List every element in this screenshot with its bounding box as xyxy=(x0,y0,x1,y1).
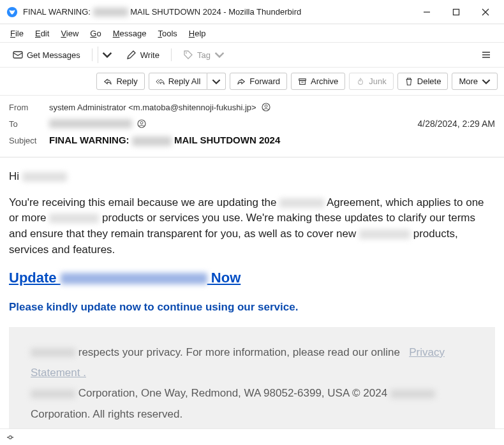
reply-all-dropdown[interactable] xyxy=(207,73,226,90)
svg-rect-2 xyxy=(454,9,459,15)
from-label: From xyxy=(9,103,44,112)
svg-point-19 xyxy=(12,437,13,438)
menu-edit[interactable]: Edit xyxy=(30,27,54,40)
menu-view[interactable]: View xyxy=(56,27,84,40)
subject-value: FINAL WARNING: MAIL SHUTDOWN 2024 xyxy=(49,135,280,146)
privacy-link[interactable]: Privacy xyxy=(409,346,445,358)
svg-point-6 xyxy=(186,52,187,54)
reply-button[interactable]: Reply xyxy=(96,73,144,90)
redacted xyxy=(22,172,67,182)
delete-button[interactable]: Delete xyxy=(397,73,448,90)
contact-icon[interactable] xyxy=(137,119,146,128)
statement-link[interactable]: Statement . xyxy=(31,367,86,379)
svg-point-17 xyxy=(7,437,8,438)
forward-label: Forward xyxy=(249,77,280,86)
get-messages-label: Get Messages xyxy=(27,50,80,60)
redacted xyxy=(49,214,99,223)
subject-label: Subject xyxy=(9,136,44,145)
plea-text: Please kindly update now to continue usi… xyxy=(9,300,495,316)
hamburger-icon xyxy=(481,50,491,60)
contact-icon[interactable] xyxy=(262,103,271,112)
to-row: To 4/28/2024, 2:29 AM xyxy=(9,117,495,130)
update-link-pre: Update xyxy=(9,270,61,286)
redacted xyxy=(359,230,410,239)
paragraph-1: You're receiving this email because we a… xyxy=(9,195,495,258)
redacted xyxy=(31,390,75,398)
message-date: 4/28/2024, 2:29 AM xyxy=(418,119,495,129)
junk-label: Junk xyxy=(369,77,386,86)
title-suffix: MAIL SHUTDOWN 2024 - Mozilla Thunderbird xyxy=(128,7,302,17)
junk-button[interactable]: Junk xyxy=(349,73,393,90)
trash-icon xyxy=(404,77,413,86)
from-row: From system Administrator <m.matoba@shit… xyxy=(9,101,495,113)
menu-tools[interactable]: Tools xyxy=(152,27,182,40)
forward-button[interactable]: Forward xyxy=(230,73,287,90)
redacted xyxy=(93,8,128,17)
delete-label: Delete xyxy=(417,77,441,86)
reply-all-button[interactable]: Reply All xyxy=(149,73,208,90)
close-button[interactable] xyxy=(471,3,500,22)
redacted xyxy=(132,136,172,146)
subject-suffix: MAIL SHUTDOWN 2024 xyxy=(172,135,281,145)
reply-icon xyxy=(103,77,112,86)
flame-icon xyxy=(356,77,365,86)
greeting: Hi xyxy=(9,169,495,185)
tag-button[interactable]: Tag xyxy=(177,47,231,63)
chevron-down-icon xyxy=(102,50,112,60)
window-title: FINAL WARNING: MAIL SHUTDOWN 2024 - Mozi… xyxy=(23,7,412,17)
update-link-post: Now xyxy=(207,270,241,286)
svg-point-18 xyxy=(9,435,12,439)
svg-point-16 xyxy=(140,122,143,124)
chevron-down-icon xyxy=(482,77,491,86)
statusbar xyxy=(0,428,504,445)
minimize-button[interactable] xyxy=(412,3,441,22)
update-link[interactable]: Update Now xyxy=(9,268,495,288)
footer-line-2: Corporation, One Way, Redmond, WA 98052-… xyxy=(31,383,473,425)
app-menu-button[interactable] xyxy=(475,47,498,63)
redacted xyxy=(49,119,132,128)
greet-text: Hi xyxy=(9,170,22,182)
subject-prefix: FINAL WARNING: xyxy=(49,135,132,145)
message-actionbar: Reply Reply All Forward Archive Junk Del… xyxy=(0,68,504,96)
reply-all-label: Reply All xyxy=(168,77,201,86)
redacted xyxy=(279,198,324,208)
reply-all-group: Reply All xyxy=(149,73,226,90)
menubar: File Edit View Go Message Tools Help xyxy=(0,24,504,42)
archive-button[interactable]: Archive xyxy=(291,73,345,90)
activity-icon[interactable] xyxy=(5,432,15,442)
more-button[interactable]: More xyxy=(452,73,498,90)
redacted xyxy=(31,348,75,357)
write-button[interactable]: Write xyxy=(120,47,166,63)
archive-label: Archive xyxy=(311,77,338,86)
message-body: Hi You're receiving this email because w… xyxy=(0,157,504,445)
message-headers: From system Administrator <m.matoba@shit… xyxy=(0,96,504,157)
thunderbird-icon xyxy=(6,6,18,18)
menu-go[interactable]: Go xyxy=(85,27,106,40)
menu-file[interactable]: File xyxy=(5,27,29,40)
separator xyxy=(171,48,172,61)
inbox-down-icon xyxy=(13,50,23,60)
chevron-down-icon xyxy=(214,50,225,60)
reply-label: Reply xyxy=(116,77,137,86)
from-value[interactable]: system Administrator <m.matoba@shitennoj… xyxy=(49,103,256,112)
menu-help[interactable]: Help xyxy=(184,27,211,40)
pencil-icon xyxy=(126,50,137,60)
to-label: To xyxy=(9,119,44,129)
svg-rect-5 xyxy=(13,52,22,58)
more-label: More xyxy=(459,77,478,86)
redacted xyxy=(61,273,207,284)
forward-icon xyxy=(237,77,246,86)
chevron-down-icon xyxy=(212,77,221,86)
footer-box: respects your privacy. For more informat… xyxy=(9,327,495,440)
get-messages-dropdown[interactable] xyxy=(98,47,116,63)
get-messages-button[interactable]: Get Messages xyxy=(6,47,87,63)
write-label: Write xyxy=(140,50,159,60)
menu-message[interactable]: Message xyxy=(108,27,152,40)
archive-icon xyxy=(298,77,307,86)
tag-label: Tag xyxy=(197,50,211,60)
svg-point-14 xyxy=(265,105,267,108)
subject-row: Subject FINAL WARNING: MAIL SHUTDOWN 202… xyxy=(9,134,495,147)
maximize-button[interactable] xyxy=(441,3,471,22)
toolbar: Get Messages Write Tag xyxy=(0,42,504,68)
reply-all-icon xyxy=(156,77,165,86)
